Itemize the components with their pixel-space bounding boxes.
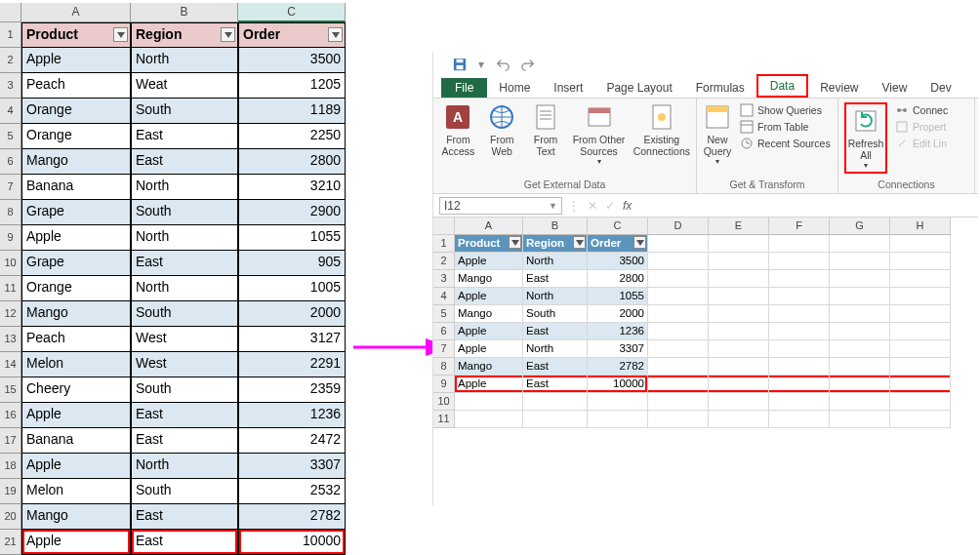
row-header[interactable]: 6: [433, 323, 455, 340]
tab-formulas[interactable]: Formulas: [684, 78, 756, 98]
cell[interactable]: 3127: [238, 327, 346, 352]
new-query-button[interactable]: New Query▾: [703, 102, 732, 166]
row-header[interactable]: 3: [433, 270, 455, 288]
row-header[interactable]: 1: [0, 22, 21, 48]
cell[interactable]: East: [131, 251, 238, 276]
row-header[interactable]: 9: [433, 376, 455, 393]
cell[interactable]: 10000: [238, 530, 346, 555]
col-header-b[interactable]: B: [131, 3, 238, 22]
select-all-corner[interactable]: [0, 3, 21, 22]
cell[interactable]: 2291: [238, 352, 346, 377]
cell[interactable]: [709, 340, 769, 358]
cell[interactable]: [830, 288, 890, 305]
cell[interactable]: East: [131, 504, 238, 530]
tab-page-layout[interactable]: Page Layout: [594, 78, 683, 98]
cell[interactable]: [769, 323, 830, 340]
cell[interactable]: [769, 235, 830, 253]
table-header-cell[interactable]: Region: [131, 22, 238, 48]
cell[interactable]: Orange: [21, 124, 131, 149]
cell[interactable]: East: [131, 149, 238, 175]
properties-button[interactable]: Propert: [893, 119, 950, 135]
cell[interactable]: 10000: [588, 376, 648, 393]
filter-dropdown-icon[interactable]: [328, 27, 343, 42]
cell[interactable]: [588, 393, 648, 411]
tab-insert[interactable]: Insert: [542, 78, 594, 98]
cell[interactable]: North: [131, 175, 238, 200]
row-header[interactable]: 7: [0, 175, 21, 200]
cell[interactable]: [709, 235, 769, 253]
row-header[interactable]: 10: [0, 251, 21, 276]
row-header[interactable]: 8: [0, 200, 21, 225]
cell[interactable]: [769, 376, 830, 393]
tab-data[interactable]: Data: [756, 74, 808, 98]
cell[interactable]: 2800: [238, 149, 346, 175]
cell[interactable]: [709, 305, 769, 323]
cell[interactable]: 1236: [238, 403, 346, 428]
cell[interactable]: Apple: [21, 48, 131, 73]
row-header[interactable]: 20: [0, 504, 21, 530]
recent-sources-button[interactable]: Recent Sources: [738, 136, 833, 151]
cell[interactable]: [455, 411, 523, 428]
filter-dropdown-icon[interactable]: [573, 236, 586, 249]
existing-connections-button[interactable]: Existing Connections: [633, 102, 690, 157]
save-icon[interactable]: [453, 58, 467, 71]
redo-icon[interactable]: [521, 58, 535, 71]
cell[interactable]: West: [131, 352, 238, 377]
cell[interactable]: [709, 288, 769, 305]
cell[interactable]: 1055: [588, 288, 648, 305]
cell[interactable]: [890, 235, 951, 253]
cell[interactable]: 2800: [588, 270, 648, 288]
cell[interactable]: 905: [238, 251, 346, 276]
cell[interactable]: 3307: [238, 454, 346, 479]
cell[interactable]: 2472: [238, 428, 346, 454]
cell[interactable]: South: [131, 301, 238, 327]
row-header[interactable]: 2: [433, 253, 455, 270]
cell[interactable]: 2000: [238, 301, 346, 327]
cell[interactable]: [769, 358, 830, 376]
show-queries-button[interactable]: Show Queries: [738, 102, 833, 118]
cell[interactable]: 2782: [238, 504, 346, 530]
cell[interactable]: Mango: [21, 149, 131, 175]
tab-view[interactable]: View: [871, 78, 919, 98]
row-header[interactable]: 5: [433, 305, 455, 323]
cell[interactable]: [830, 393, 890, 411]
row-header[interactable]: 7: [433, 340, 455, 358]
row-header[interactable]: 18: [0, 454, 21, 479]
cell[interactable]: [890, 393, 951, 411]
cell[interactable]: Apple: [455, 376, 523, 393]
cell[interactable]: North: [131, 454, 238, 479]
row-header[interactable]: 3: [0, 73, 21, 99]
table-header-cell[interactable]: Product: [21, 22, 131, 48]
cell[interactable]: Apple: [455, 323, 523, 340]
cell[interactable]: East: [523, 376, 588, 393]
table-header-cell[interactable]: Order: [238, 22, 346, 48]
cell[interactable]: [648, 305, 709, 323]
cell[interactable]: [890, 340, 951, 358]
cell[interactable]: 2250: [238, 124, 346, 149]
cell[interactable]: Grape: [21, 200, 131, 225]
cell[interactable]: [890, 323, 951, 340]
cell[interactable]: [588, 411, 648, 428]
cell[interactable]: East: [131, 530, 238, 555]
cell[interactable]: East: [523, 323, 588, 340]
row-header[interactable]: 14: [0, 352, 21, 377]
cell[interactable]: [890, 305, 951, 323]
cell[interactable]: [769, 305, 830, 323]
cell[interactable]: Peach: [21, 327, 131, 352]
cell[interactable]: South: [131, 200, 238, 225]
tab-file[interactable]: File: [441, 78, 487, 98]
cell[interactable]: [709, 411, 769, 428]
col-header-h[interactable]: H: [890, 218, 951, 235]
filter-dropdown-icon[interactable]: [633, 236, 646, 249]
cell[interactable]: 3210: [238, 175, 346, 200]
cell[interactable]: [830, 340, 890, 358]
cell[interactable]: East: [131, 428, 238, 454]
cell[interactable]: [830, 305, 890, 323]
cell[interactable]: North: [131, 225, 238, 251]
cell[interactable]: 1055: [238, 225, 346, 251]
cell[interactable]: Apple: [21, 225, 131, 251]
undo-icon[interactable]: [496, 58, 510, 71]
cell[interactable]: [890, 288, 951, 305]
cell[interactable]: Apple: [21, 454, 131, 479]
col-header-e[interactable]: E: [709, 218, 769, 235]
